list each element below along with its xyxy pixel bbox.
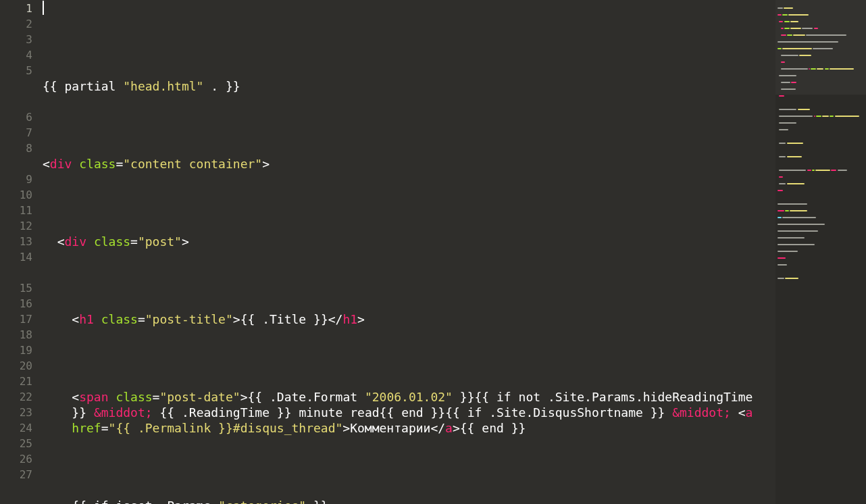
line-number: 14: [0, 249, 32, 280]
line-number: 18: [0, 327, 32, 343]
line-number: 11: [0, 203, 32, 218]
line-number: 3: [0, 32, 32, 47]
code-line[interactable]: {{ partial "head.html" . }}: [43, 78, 775, 94]
line-number: 6: [0, 109, 32, 125]
line-number-gutter: 1 2 3 4 5 6 7 8 9 10 11 12 13 14 15 16 1…: [0, 0, 41, 504]
line-number: 13: [0, 234, 32, 249]
code-line[interactable]: {{ if isset .Params "categories" }}: [43, 498, 775, 504]
line-number: 22: [0, 389, 32, 405]
line-number: 10: [0, 187, 32, 203]
line-number: 21: [0, 374, 32, 389]
code-area[interactable]: {{ partial "head.html" . }} <div class="…: [41, 0, 775, 504]
line-number: 25: [0, 436, 32, 451]
line-number: 27: [0, 467, 32, 482]
line-number: 23: [0, 405, 32, 420]
code-editor: 1 2 3 4 5 6 7 8 9 10 11 12 13 14 15 16 1…: [0, 0, 866, 504]
line-number: 5: [0, 63, 32, 109]
line-number: 8: [0, 141, 32, 172]
line-number: 4: [0, 47, 32, 63]
line-number: 1: [0, 1, 32, 16]
code-line[interactable]: <h1 class="post-title">{{ .Title }}</h1>: [43, 311, 775, 327]
code-line[interactable]: <span class="post-date">{{ .Date.Format …: [43, 389, 775, 436]
line-number: 12: [0, 218, 32, 234]
line-number: 9: [0, 172, 32, 187]
line-number: 16: [0, 296, 32, 311]
line-number: 24: [0, 420, 32, 436]
line-number: 17: [0, 311, 32, 327]
text-cursor: [43, 1, 44, 15]
line-number: 26: [0, 451, 32, 467]
code-line[interactable]: <div class="content container">: [43, 156, 775, 172]
code-line[interactable]: <div class="post">: [43, 234, 775, 249]
minimap-viewport[interactable]: [775, 0, 866, 95]
line-number: 7: [0, 125, 32, 141]
line-number: 20: [0, 358, 32, 374]
line-number: 19: [0, 343, 32, 358]
minimap[interactable]: [775, 0, 866, 504]
line-number: 15: [0, 280, 32, 296]
line-number: 2: [0, 16, 32, 32]
